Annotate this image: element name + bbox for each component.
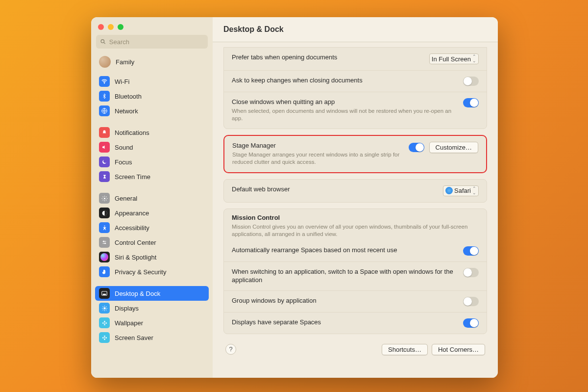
button-hot-corners[interactable]: Hot Corners… [432, 344, 485, 355]
svg-point-16 [105, 322, 107, 324]
desc-stage-manager: Stage Manager arranges your recent windo… [232, 151, 402, 166]
sidebar-item-label: Siri & Spotlight [115, 254, 156, 261]
system-settings-window: FamilyWi-FiBluetoothNetworkNotifications… [91, 17, 498, 378]
search-input[interactable] [109, 38, 204, 46]
svg-line-1 [104, 43, 105, 44]
hourglass-icon [99, 171, 110, 182]
sidebar-item-label: General [115, 195, 137, 202]
label-stage-manager: Stage Manager [232, 142, 402, 150]
minimize-window-button[interactable] [108, 24, 114, 30]
bell-icon [99, 127, 110, 138]
footer-buttons: ? Shortcuts… Hot Corners… [223, 340, 487, 355]
sidebar-item-label: Network [115, 107, 138, 115]
sidebar-item-label: Family [116, 58, 134, 66]
sound-icon [99, 142, 110, 153]
zoom-window-button[interactable] [118, 24, 123, 30]
row-group-windows: Group windows by application [224, 291, 487, 313]
sidebar-item-label: Wi-Fi [115, 78, 129, 85]
label-displays-separate-spaces: Displays have separate Spaces [232, 318, 456, 327]
sidebar-item-accessibility[interactable]: Accessibility [95, 220, 209, 235]
sidebar-item-privacy-security[interactable]: Privacy & Security [95, 264, 209, 279]
sidebar-item-displays[interactable]: Displays [95, 301, 209, 315]
appearance-icon [99, 208, 110, 218]
toggle-close-windows[interactable] [463, 98, 479, 107]
sidebar-item-bluetooth[interactable]: Bluetooth [95, 89, 209, 104]
label-default-browser: Default web browser [232, 185, 436, 194]
sidebar-item-label: Appearance [115, 209, 149, 217]
label-auto-rearrange-spaces: Automatically rearrange Spaces based on … [232, 246, 456, 255]
dropdown-chevron-icon: ⌃⌄ [472, 186, 476, 195]
sidebar-item-appearance[interactable]: Appearance [95, 206, 209, 220]
wifi-icon [99, 76, 110, 87]
sun-icon [99, 303, 110, 314]
sidebar-item-notifications[interactable]: Notifications [95, 125, 209, 140]
row-ask-keep-changes: Ask to keep changes when closing documen… [224, 71, 487, 92]
sidebar-item-label: Sound [115, 144, 133, 151]
flower-icon [99, 317, 110, 328]
sliders-icon [99, 237, 110, 248]
label-close-windows: Close windows when quitting an app [232, 98, 456, 106]
svg-point-7 [103, 241, 104, 242]
sidebar-item-label: Screen Saver [115, 334, 153, 341]
sidebar-item-label: Focus [115, 158, 132, 166]
sidebar-item-screen-saver[interactable]: Screen Saver [95, 330, 209, 345]
moon-icon [99, 157, 110, 167]
toggle-stage-manager[interactable] [409, 143, 424, 152]
label-ask-keep-changes: Ask to keep changes when closing documen… [232, 77, 456, 85]
dropdown-prefer-tabs[interactable]: In Full Screen ⌃⌄ [429, 53, 479, 64]
desc-close-windows: When selected, open documents and window… [232, 107, 456, 123]
toggle-auto-rearrange-spaces[interactable] [463, 246, 479, 256]
sidebar-item-network[interactable]: Network [95, 104, 209, 118]
desc-mission-control: Mission Control gives you an overview of… [232, 223, 479, 238]
safari-icon [445, 187, 453, 194]
family-avatar-icon [99, 56, 111, 68]
settings-content: Desktop & Dock Prefer tabs when opening … [213, 17, 498, 378]
row-displays-separate-spaces: Displays have separate Spaces [224, 313, 487, 334]
button-customize-stage-manager[interactable]: Customize… [429, 142, 478, 153]
sidebar-item-wi-fi[interactable]: Wi-Fi [95, 74, 209, 89]
globe-icon [99, 105, 110, 116]
row-default-browser: Default web browser Safari ⌃⌄ [224, 180, 487, 202]
sidebar-item-label: Displays [115, 305, 139, 312]
section-mission-control: Mission Control Mission Control gives yo… [224, 209, 487, 238]
sidebar-item-wallpaper[interactable]: Wallpaper [95, 315, 209, 330]
hand-icon [99, 266, 110, 277]
toggle-group-windows[interactable] [463, 297, 479, 306]
svg-point-0 [101, 40, 104, 43]
sidebar-item-sound[interactable]: Sound [95, 140, 209, 155]
dropdown-default-browser-value: Safari [454, 187, 471, 194]
flower-icon [99, 332, 110, 343]
svg-point-11 [103, 307, 105, 309]
toggle-switch-to-space[interactable] [463, 268, 479, 277]
sidebar-item-label: Wallpaper [115, 319, 143, 327]
button-help[interactable]: ? [225, 344, 236, 355]
label-switch-to-space: When switching to an application, switch… [232, 268, 456, 285]
row-stage-manager-highlight: Stage Manager Stage Manager arranges you… [223, 135, 487, 173]
svg-point-15 [102, 322, 103, 324]
sidebar-item-family[interactable]: Family [95, 54, 209, 69]
button-shortcuts[interactable]: Shortcuts… [382, 344, 428, 355]
sidebar-item-screen-time[interactable]: Screen Time [95, 169, 209, 184]
toggle-displays-separate-spaces[interactable] [463, 318, 479, 328]
sidebar-item-general[interactable]: General [95, 191, 209, 206]
sidebar-item-label: Control Center [115, 239, 156, 246]
sidebar-item-label: Desktop & Dock [115, 290, 160, 297]
label-mission-control: Mission Control [232, 214, 479, 222]
svg-point-12 [104, 322, 105, 323]
sidebar-item-label: Bluetooth [115, 93, 142, 100]
bluetooth-icon [99, 91, 110, 102]
dropdown-default-browser[interactable]: Safari ⌃⌄ [443, 185, 479, 196]
sidebar-item-control-center[interactable]: Control Center [95, 235, 209, 250]
row-prefer-tabs: Prefer tabs when opening documents In Fu… [224, 48, 487, 71]
search-field[interactable] [96, 35, 208, 49]
svg-point-20 [102, 337, 103, 339]
sidebar-item-label: Privacy & Security [115, 268, 166, 276]
close-window-button[interactable] [98, 24, 104, 30]
svg-point-6 [104, 225, 105, 226]
sidebar-item-desktop-dock[interactable]: Desktop & Dock [95, 286, 209, 301]
sidebar-item-label: Accessibility [115, 224, 149, 232]
sidebar-item-focus[interactable]: Focus [95, 155, 209, 169]
toggle-ask-keep-changes[interactable] [463, 77, 479, 86]
sidebar-item-siri-spotlight[interactable]: Siri & Spotlight [95, 250, 209, 264]
svg-point-8 [105, 243, 106, 244]
